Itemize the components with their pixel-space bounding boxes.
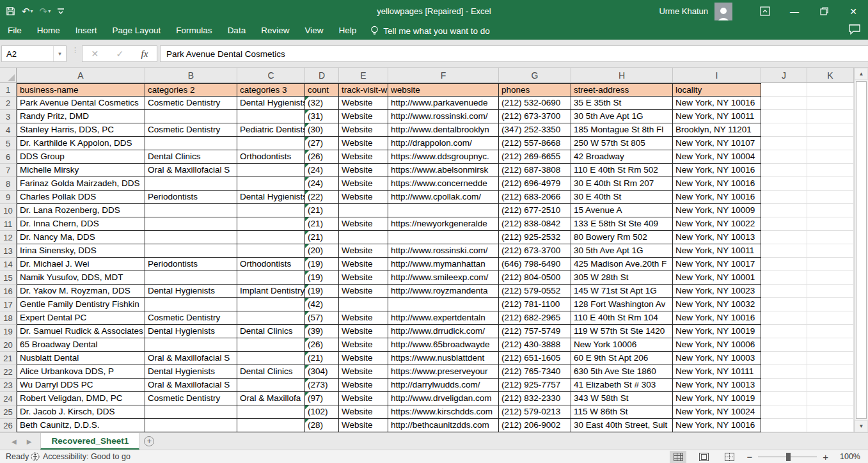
tab-help[interactable]: Help bbox=[331, 22, 364, 40]
cell[interactable]: (212) 682-2965 bbox=[499, 311, 571, 325]
cell[interactable]: DDS Group bbox=[17, 150, 145, 164]
cell[interactable] bbox=[761, 83, 807, 97]
cell[interactable]: http://www.parkavenuede bbox=[388, 97, 499, 110]
cell[interactable]: New York, NY 10022 bbox=[673, 217, 761, 231]
cell[interactable]: 185 Montague St 8th Fl bbox=[571, 123, 673, 137]
tab-data[interactable]: Data bbox=[220, 22, 254, 40]
cell[interactable]: Website bbox=[339, 244, 388, 258]
cell[interactable] bbox=[761, 311, 807, 325]
column-header-E[interactable]: E bbox=[339, 68, 388, 83]
cell[interactable]: New York, NY 10032 bbox=[673, 298, 761, 311]
cell[interactable] bbox=[761, 164, 807, 177]
cell[interactable]: New York, NY 10107 bbox=[673, 137, 761, 150]
cell[interactable]: (57) bbox=[305, 311, 339, 325]
cell[interactable] bbox=[807, 137, 854, 150]
cell[interactable] bbox=[237, 164, 305, 177]
cell[interactable]: 15 Avenue A bbox=[571, 204, 673, 217]
cell[interactable] bbox=[145, 271, 237, 285]
tab-review[interactable]: Review bbox=[253, 22, 297, 40]
cell[interactable] bbox=[807, 258, 854, 271]
sheet-nav-right-icon[interactable]: ▶ bbox=[27, 438, 32, 445]
row-header-2[interactable]: 2 bbox=[0, 97, 17, 110]
cell[interactable]: (212) 206-9002 bbox=[499, 419, 571, 432]
cell[interactable] bbox=[145, 110, 237, 123]
cell[interactable]: http://www.65broadwayde bbox=[388, 338, 499, 352]
cell[interactable]: 30 East 40th Street, Suit bbox=[571, 419, 673, 432]
new-sheet-button[interactable]: + bbox=[139, 433, 159, 450]
cancel-formula-icon[interactable]: ✕ bbox=[91, 49, 99, 59]
cell[interactable]: New York, NY 10016 bbox=[673, 419, 761, 432]
cell[interactable]: (212) 557-8668 bbox=[499, 137, 571, 150]
cell[interactable]: (212) 683-2066 bbox=[499, 191, 571, 204]
cell[interactable]: (24) bbox=[305, 177, 339, 191]
cell[interactable]: (19) bbox=[305, 271, 339, 285]
cell[interactable]: (212) 838-0842 bbox=[499, 217, 571, 231]
cell[interactable] bbox=[807, 405, 854, 419]
tab-view[interactable]: View bbox=[297, 22, 331, 40]
row-header-26[interactable]: 26 bbox=[0, 419, 17, 432]
cell[interactable]: (212) 673-3700 bbox=[499, 244, 571, 258]
cell[interactable]: (212) 696-4979 bbox=[499, 177, 571, 191]
row-header-4[interactable]: 4 bbox=[0, 123, 17, 137]
cell[interactable]: (212) 757-5749 bbox=[499, 325, 571, 338]
row-header-16[interactable]: 16 bbox=[0, 285, 17, 298]
column-header-J[interactable]: J bbox=[761, 68, 807, 83]
cell[interactable]: (26) bbox=[305, 338, 339, 352]
cell[interactable] bbox=[237, 217, 305, 231]
cell[interactable]: Website bbox=[339, 338, 388, 352]
row-header-21[interactable]: 21 bbox=[0, 352, 17, 365]
cell[interactable]: (20) bbox=[305, 244, 339, 258]
cell[interactable]: (30) bbox=[305, 123, 339, 137]
cell[interactable]: https://www.nusblattdent bbox=[388, 352, 499, 365]
scroll-up-icon[interactable]: ▲ bbox=[855, 68, 868, 80]
cell[interactable]: 133 E 58th St Ste 409 bbox=[571, 217, 673, 231]
cell[interactable] bbox=[237, 352, 305, 365]
cell[interactable]: 110 E 40th St Rm 104 bbox=[571, 311, 673, 325]
cell[interactable] bbox=[761, 244, 807, 258]
cell[interactable]: 119 W 57th St Ste 1420 bbox=[571, 325, 673, 338]
name-box[interactable]: A2 ▾ bbox=[1, 45, 67, 62]
cell[interactable]: https://www.ddsgroupnyc. bbox=[388, 150, 499, 164]
cell[interactable]: 110 E 40th St Rm 502 bbox=[571, 164, 673, 177]
formula-bar-splitter[interactable]: ⋮ bbox=[72, 48, 79, 52]
cell[interactable]: New York, NY 10016 bbox=[673, 164, 761, 177]
cell[interactable] bbox=[237, 244, 305, 258]
user-avatar[interactable] bbox=[714, 3, 732, 20]
cell[interactable] bbox=[807, 177, 854, 191]
cell[interactable]: Cosmetic Dentistry bbox=[145, 392, 237, 405]
cell[interactable]: Dental Hygienists bbox=[237, 97, 305, 110]
row-header-9[interactable]: 9 bbox=[0, 191, 17, 204]
cell[interactable] bbox=[807, 217, 854, 231]
cell[interactable]: Dr. Nancy Ma, DDS bbox=[17, 231, 145, 244]
cell[interactable]: http://www.drrudick.com/ bbox=[388, 325, 499, 338]
cell[interactable] bbox=[761, 191, 807, 204]
cell[interactable]: business-name bbox=[17, 83, 145, 97]
vertical-scroll-thumb[interactable] bbox=[856, 81, 867, 419]
cell[interactable] bbox=[339, 298, 388, 311]
name-box-dropdown-icon[interactable]: ▾ bbox=[53, 46, 66, 61]
cell[interactable]: 115 W 86th St bbox=[571, 405, 673, 419]
cell[interactable] bbox=[761, 271, 807, 285]
cell[interactable]: 343 W 58th St bbox=[571, 392, 673, 405]
cell[interactable]: http://www.expertdentaln bbox=[388, 311, 499, 325]
comments-icon[interactable] bbox=[849, 24, 860, 35]
cell[interactable]: Dental Clinics bbox=[145, 150, 237, 164]
cell[interactable] bbox=[237, 177, 305, 191]
cell[interactable] bbox=[807, 285, 854, 298]
cell[interactable]: http://drappolon.com/ bbox=[388, 137, 499, 150]
column-header-H[interactable]: H bbox=[571, 68, 673, 83]
cell[interactable]: Website bbox=[339, 419, 388, 432]
cell[interactable]: (102) bbox=[305, 405, 339, 419]
cell[interactable]: (273) bbox=[305, 379, 339, 392]
cell[interactable]: Periodontists bbox=[145, 258, 237, 271]
row-header-13[interactable]: 13 bbox=[0, 244, 17, 258]
cell[interactable]: http://www.cpollak.com/ bbox=[388, 191, 499, 204]
save-button[interactable] bbox=[4, 5, 17, 17]
cell[interactable]: 425 Madison Ave.20th F bbox=[571, 258, 673, 271]
cell[interactable]: count bbox=[305, 83, 339, 97]
cell[interactable]: 30 E 40th St Rm 207 bbox=[571, 177, 673, 191]
cell[interactable] bbox=[807, 231, 854, 244]
cell[interactable] bbox=[807, 365, 854, 379]
cell[interactable] bbox=[761, 231, 807, 244]
cell[interactable]: Website bbox=[339, 352, 388, 365]
